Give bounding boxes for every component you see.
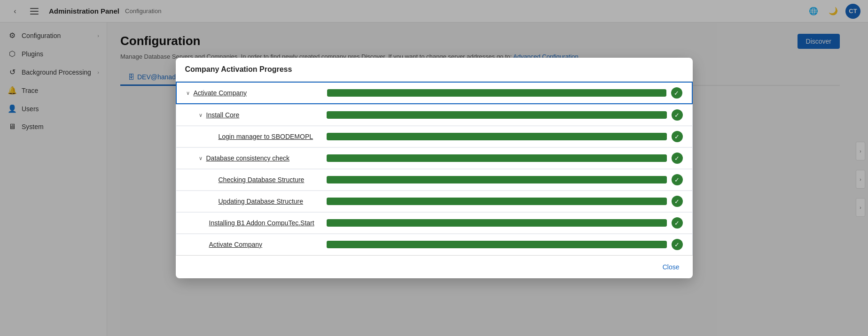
label-checking-db[interactable]: Checking Database Structure [219, 176, 305, 183]
progress-row-db-consistency: ∨Database consistency check✓ [176, 147, 693, 169]
modal-footer: Close [176, 255, 693, 278]
progress-bar-cell-installing-addon: ✓ [327, 217, 683, 229]
progress-label-cell-activate-company-main: ∨Activate Company [186, 89, 327, 97]
progress-bar-fill-activate-company-main [327, 89, 666, 97]
progress-bar-fill-login-manager [327, 133, 667, 140]
label-db-consistency[interactable]: Database consistency check [206, 154, 289, 162]
progress-label-cell-activate-company-2: Activate Company [186, 241, 327, 248]
progress-bar-fill-installing-addon [327, 219, 667, 227]
progress-label-cell-install-core: ∨Install Core [186, 111, 327, 119]
progress-bar-cell-db-consistency: ✓ [327, 153, 683, 164]
progress-bar-bg-checking-db [327, 176, 667, 183]
progress-row-updating-db: Updating Database Structure✓ [176, 191, 693, 212]
progress-bar-bg-activate-company-main [327, 89, 666, 97]
progress-bar-cell-activate-company-main: ✓ [327, 87, 682, 99]
label-installing-addon[interactable]: Installing B1 Addon CompuTec.Start [209, 219, 314, 227]
label-install-core[interactable]: Install Core [206, 111, 240, 119]
modal-title: Company Activation Progress [185, 65, 292, 73]
progress-bar-fill-updating-db [327, 198, 667, 205]
label-login-manager[interactable]: Login manager to SBODEMOPL [219, 133, 313, 140]
check-icon-installing-addon: ✓ [672, 217, 683, 229]
progress-bar-bg-installing-addon [327, 219, 667, 227]
check-icon-login-manager: ✓ [672, 131, 683, 142]
modal-overlay: Company Activation Progress ∨Activate Co… [0, 0, 868, 336]
progress-label-cell-login-manager: Login manager to SBODEMOPL [186, 133, 327, 140]
activation-progress-modal: Company Activation Progress ∨Activate Co… [176, 58, 693, 278]
progress-bar-cell-checking-db: ✓ [327, 174, 683, 185]
progress-row-checking-db: Checking Database Structure✓ [176, 169, 693, 191]
modal-body: ∨Activate Company✓∨Install Core✓Login ma… [176, 82, 693, 255]
progress-bar-fill-checking-db [327, 176, 667, 183]
progress-bar-bg-db-consistency [327, 154, 667, 162]
progress-row-installing-addon: Installing B1 Addon CompuTec.Start✓ [176, 212, 693, 234]
progress-label-cell-db-consistency: ∨Database consistency check [186, 154, 327, 162]
progress-bar-bg-activate-company-2 [327, 241, 667, 248]
progress-label-cell-updating-db: Updating Database Structure [186, 198, 327, 205]
progress-bar-fill-db-consistency [327, 154, 667, 162]
label-activate-company-2[interactable]: Activate Company [209, 241, 263, 248]
close-button[interactable]: Close [659, 261, 683, 273]
progress-bar-fill-activate-company-2 [327, 241, 667, 248]
progress-label-cell-checking-db: Checking Database Structure [186, 176, 327, 183]
progress-bar-fill-install-core [327, 111, 667, 119]
progress-bar-cell-updating-db: ✓ [327, 196, 683, 207]
progress-bar-bg-updating-db [327, 198, 667, 205]
progress-bar-bg-login-manager [327, 133, 667, 140]
progress-row-install-core: ∨Install Core✓ [176, 104, 693, 126]
check-icon-install-core: ✓ [672, 109, 683, 121]
chevron-activate-company-main[interactable]: ∨ [186, 90, 190, 96]
chevron-install-core[interactable]: ∨ [199, 112, 203, 118]
check-icon-checking-db: ✓ [672, 174, 683, 185]
check-icon-activate-company-2: ✓ [672, 239, 683, 250]
progress-bar-bg-install-core [327, 111, 667, 119]
label-updating-db[interactable]: Updating Database Structure [219, 198, 304, 205]
check-icon-db-consistency: ✓ [672, 153, 683, 164]
check-icon-activate-company-main: ✓ [671, 87, 682, 99]
progress-bar-cell-activate-company-2: ✓ [327, 239, 683, 250]
progress-row-activate-company-main: ∨Activate Company✓ [176, 82, 693, 104]
modal-header: Company Activation Progress [176, 58, 693, 82]
progress-bar-cell-install-core: ✓ [327, 109, 683, 121]
progress-row-login-manager: Login manager to SBODEMOPL✓ [176, 126, 693, 147]
chevron-db-consistency[interactable]: ∨ [199, 155, 203, 161]
progress-bar-cell-login-manager: ✓ [327, 131, 683, 142]
progress-label-cell-installing-addon: Installing B1 Addon CompuTec.Start [186, 219, 327, 227]
label-activate-company-main[interactable]: Activate Company [194, 89, 247, 97]
progress-row-activate-company-2: Activate Company✓ [176, 234, 693, 255]
check-icon-updating-db: ✓ [672, 196, 683, 207]
